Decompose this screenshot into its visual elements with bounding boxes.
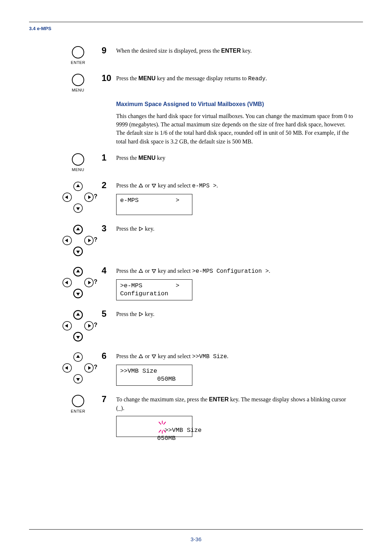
vmb-heading: Maximum Space Assigned to Virtual Mailbo…	[116, 101, 356, 108]
step-text: To change the maximum size, press the EN…	[116, 394, 356, 437]
lcd-display: e-MPS >	[116, 194, 192, 215]
svg-line-28	[159, 430, 161, 432]
step-number: 7	[102, 394, 116, 404]
step-number: 4	[102, 266, 116, 275]
triangle-up-icon	[138, 268, 143, 274]
triangle-up-icon	[138, 354, 143, 359]
step-text: When the desired size is displayed, pres…	[116, 46, 356, 55]
key-label: ENTER	[71, 409, 85, 413]
key-label: ENTER	[71, 60, 85, 65]
key-label: MENU	[72, 167, 84, 172]
svg-line-25	[159, 422, 161, 424]
step-text: Press the or key and select >e-MPS Confi…	[116, 266, 356, 300]
menu-key-icon: MENU	[72, 153, 85, 172]
dpad-icon: ?	[59, 266, 97, 299]
triangle-right-icon	[138, 226, 143, 231]
lcd-display: >e-MPS > Configuration	[116, 279, 192, 300]
svg-point-1	[72, 74, 84, 86]
svg-point-23	[72, 395, 84, 407]
step-text: Press the or key and select >>VMB Size. …	[116, 351, 356, 386]
dpad-icon: ?	[59, 309, 97, 343]
step-text: Press the or key and select e-MPS >. e-M…	[116, 181, 356, 215]
lcd-display: >>VMB Size 050MB	[116, 365, 192, 386]
step-number: 3	[102, 224, 116, 233]
step-text: Press the MENU key and the message displ…	[116, 73, 356, 83]
svg-point-2	[72, 154, 84, 165]
lcd-display: >>VMB Size 050MB	[116, 416, 192, 437]
step-number: 6	[102, 351, 116, 361]
page-number: 3-36	[0, 536, 392, 542]
triangle-down-icon	[151, 354, 156, 359]
svg-line-26	[164, 422, 166, 424]
menu-key-icon: MENU	[72, 73, 85, 92]
step-text: Press the MENU key	[116, 153, 356, 162]
section-header: 3.4 e-MPS	[29, 26, 363, 31]
dpad-icon: ?	[59, 351, 97, 385]
dpad-icon: ?	[59, 224, 97, 257]
step-text: Press the key.	[116, 309, 356, 318]
step-number: 5	[102, 309, 116, 319]
svg-point-0	[72, 46, 84, 58]
dpad-icon: ?	[59, 181, 97, 214]
triangle-down-icon	[151, 183, 156, 188]
enter-key-icon: ENTER	[71, 46, 85, 65]
key-label: MENU	[72, 88, 84, 92]
step-number: 9	[102, 46, 116, 55]
vmb-paragraph: This changes the hard disk space for vir…	[116, 112, 356, 146]
triangle-right-icon	[138, 312, 143, 317]
step-text: Press the key.	[116, 224, 356, 233]
triangle-up-icon	[138, 183, 143, 188]
step-number: 2	[102, 181, 116, 190]
triangle-down-icon	[151, 268, 156, 274]
enter-key-icon: ENTER	[71, 394, 85, 413]
step-number: 10	[102, 73, 116, 83]
step-number: 1	[102, 153, 116, 162]
